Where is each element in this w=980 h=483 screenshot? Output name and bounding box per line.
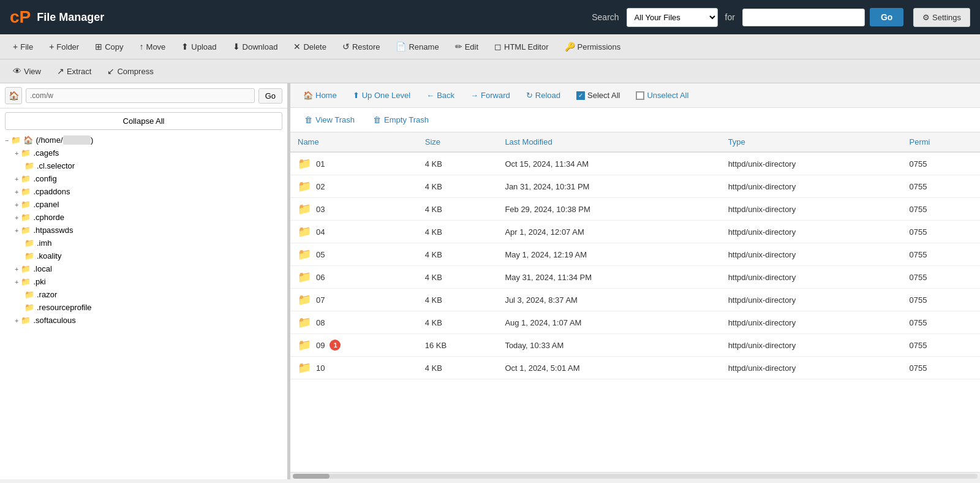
sidebar-item-softaculous[interactable]: + 📁 .softaculous xyxy=(2,314,285,327)
compress-button[interactable]: ↙ Compress xyxy=(100,63,160,80)
file-name[interactable]: 09 xyxy=(316,341,325,350)
file-name-cell: 📁 06 xyxy=(290,266,418,289)
rename-button[interactable]: 📄 Rename xyxy=(389,38,445,55)
reload-button[interactable]: ↻ Reload xyxy=(519,87,567,104)
file-perms-cell: 0755 xyxy=(902,357,980,379)
forward-button[interactable]: → Forward xyxy=(464,87,517,104)
file-name[interactable]: 03 xyxy=(316,205,325,214)
file-name[interactable]: 07 xyxy=(316,295,325,305)
sidebar-item-razor[interactable]: 📁 .razor xyxy=(2,288,285,301)
file-modified-cell: Today, 10:33 AM xyxy=(497,334,720,357)
table-row[interactable]: 📁 03 4 KBFeb 29, 2024, 10:38 PMhttpd/uni… xyxy=(290,198,980,221)
sidebar-item-cagefs[interactable]: + 📁 .cagefs xyxy=(2,146,285,159)
file-perms-cell: 0755 xyxy=(902,175,980,198)
sidebar-item-koality[interactable]: 📁 .koality xyxy=(2,249,285,262)
up-one-level-button[interactable]: ⬆ Up One Level xyxy=(346,87,418,104)
sidebar-item-cphorde[interactable]: + 📁 .cphorde xyxy=(2,211,285,224)
file-name[interactable]: 02 xyxy=(316,182,325,191)
col-size[interactable]: Size xyxy=(418,132,498,152)
search-scope-select[interactable]: All Your Files Only This Directory File … xyxy=(627,8,718,27)
sidebar-item-pki[interactable]: + 📁 .pki xyxy=(2,275,285,288)
file-name-cell: 📁 04 xyxy=(290,221,418,243)
collapse-all-button[interactable]: Collapse All xyxy=(5,112,282,130)
restore-button[interactable]: ↺ Restore xyxy=(336,38,387,55)
sidebar-path-input[interactable] xyxy=(26,88,255,103)
file-name-cell: 📁 01 xyxy=(290,152,418,175)
sidebar-tree: − 📁 🏠 (/home/xxxxxxx) + 📁 .cagefs 📁 .cl.… xyxy=(0,134,287,327)
table-row[interactable]: 📁 01 4 KBOct 15, 2024, 11:34 AMhttpd/uni… xyxy=(290,152,980,175)
download-button[interactable]: ⬇ Download xyxy=(226,38,285,55)
file-name[interactable]: 05 xyxy=(316,250,325,259)
settings-button[interactable]: ⚙ Settings xyxy=(913,8,970,27)
delete-button[interactable]: ✕ Delete xyxy=(287,38,333,55)
expand-icon: + xyxy=(15,175,18,183)
folder-icon: 📁 xyxy=(21,187,31,196)
search-go-button[interactable]: Go xyxy=(870,8,903,26)
sidebar-go-button[interactable]: Go xyxy=(258,88,282,104)
table-row[interactable]: 📁 07 4 KBJul 3, 2024, 8:37 AMhttpd/unix-… xyxy=(290,289,980,311)
copy-button[interactable]: ⊞ Copy xyxy=(88,38,130,55)
col-type[interactable]: Type xyxy=(721,132,902,152)
unselect-all-button[interactable]: Unselect All xyxy=(629,87,695,104)
view-button[interactable]: 👁 View xyxy=(6,63,48,80)
table-row[interactable]: 📁 06 4 KBMay 31, 2024, 11:34 PMhttpd/uni… xyxy=(290,266,980,289)
file-modified-cell: Apr 1, 2024, 12:07 AM xyxy=(497,221,720,243)
restore-icon: ↺ xyxy=(342,42,350,51)
upload-button[interactable]: ⬆ Upload xyxy=(175,38,223,55)
table-row[interactable]: 📁 05 4 KBMay 1, 2024, 12:19 AMhttpd/unix… xyxy=(290,243,980,266)
sidebar-item-root[interactable]: − 📁 🏠 (/home/xxxxxxx) xyxy=(2,134,285,146)
sidebar-item-cpaddons[interactable]: + 📁 .cpaddons xyxy=(2,185,285,198)
search-input[interactable] xyxy=(742,9,865,26)
scrollbar-track[interactable] xyxy=(293,474,978,479)
file-table: Name Size Last Modified Type Permi 📁 01 … xyxy=(290,132,980,379)
file-name[interactable]: 04 xyxy=(316,227,325,237)
sidebar-item-cl-selector[interactable]: 📁 .cl.selector xyxy=(2,159,285,172)
file-type-cell: httpd/unix-directory xyxy=(721,357,902,379)
horizontal-scrollbar[interactable] xyxy=(290,472,980,479)
file-name[interactable]: 06 xyxy=(316,273,325,282)
file-name[interactable]: 08 xyxy=(316,318,325,327)
file-name[interactable]: 01 xyxy=(316,159,325,169)
empty-trash-button[interactable]: 🗑 Empty Trash xyxy=(365,112,437,128)
select-all-button[interactable]: ✓ Select All xyxy=(570,87,627,104)
table-row[interactable]: 📁 04 4 KBApr 1, 2024, 12:07 AMhttpd/unix… xyxy=(290,221,980,243)
sidebar-item-cpanel[interactable]: + 📁 .cpanel xyxy=(2,198,285,211)
file-name[interactable]: 10 xyxy=(316,363,325,373)
table-row[interactable]: 📁 09 1 16 KBToday, 10:33 AMhttpd/unix-di… xyxy=(290,334,980,357)
sidebar-item-local[interactable]: + 📁 .local xyxy=(2,262,285,275)
file-modified-cell: Aug 1, 2024, 1:07 AM xyxy=(497,311,720,334)
home-icon: 🏠 xyxy=(23,135,33,145)
col-name[interactable]: Name xyxy=(290,132,418,152)
col-perms[interactable]: Permi xyxy=(902,132,980,152)
table-row[interactable]: 📁 08 4 KBAug 1, 2024, 1:07 AMhttpd/unix-… xyxy=(290,311,980,334)
view-trash-button[interactable]: 🗑 View Trash xyxy=(296,112,363,128)
table-row[interactable]: 📁 02 4 KBJan 31, 2024, 10:31 PMhttpd/uni… xyxy=(290,175,980,198)
home-nav-button[interactable]: 🏠 Home xyxy=(296,87,344,104)
extract-button[interactable]: ↗ Extract xyxy=(50,63,98,80)
file-size-cell: 4 KB xyxy=(418,175,498,198)
table-row[interactable]: 📁 10 4 KBOct 1, 2024, 5:01 AMhttpd/unix-… xyxy=(290,357,980,379)
plus-icon: + xyxy=(49,42,54,51)
sidebar: 🏠 Go Collapse All − 📁 🏠 (/home/xxxxxxx) … xyxy=(0,83,288,479)
back-button[interactable]: ← Back xyxy=(420,87,461,104)
item-label: .imh xyxy=(37,238,52,248)
sidebar-item-imh[interactable]: 📁 .imh xyxy=(2,237,285,249)
sidebar-item-config[interactable]: + 📁 .config xyxy=(2,172,285,185)
header: cP File Manager Search All Your Files On… xyxy=(0,0,980,34)
item-label: .cpanel xyxy=(33,200,59,209)
sidebar-home-button[interactable]: 🏠 xyxy=(5,87,22,104)
permissions-button[interactable]: 🔑 Permissions xyxy=(558,38,628,55)
file-name-cell: 📁 03 xyxy=(290,198,418,221)
new-folder-button[interactable]: + Folder xyxy=(42,38,86,55)
new-file-button[interactable]: + File xyxy=(6,38,40,55)
scrollbar-thumb[interactable] xyxy=(293,474,330,479)
sidebar-item-htpasswds[interactable]: + 📁 .htpasswds xyxy=(2,224,285,237)
html-editor-button[interactable]: ◻ HTML Editor xyxy=(488,38,555,55)
file-perms-cell: 0755 xyxy=(902,334,980,357)
sidebar-item-resourceprofile[interactable]: 📁 .resourceprofile xyxy=(2,301,285,314)
edit-button[interactable]: ✏ Edit xyxy=(448,38,485,55)
file-size-cell: 4 KB xyxy=(418,311,498,334)
file-type-cell: httpd/unix-directory xyxy=(721,334,902,357)
col-modified[interactable]: Last Modified xyxy=(497,132,720,152)
move-button[interactable]: ↑ Move xyxy=(133,38,173,55)
